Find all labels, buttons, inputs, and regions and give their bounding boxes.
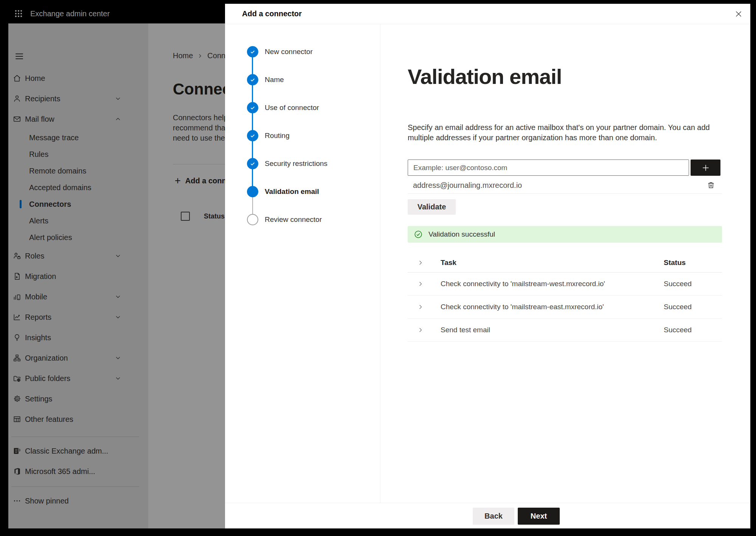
step-complete-icon [247,158,258,169]
wizard-step-routing[interactable]: Routing [247,127,290,144]
wizard-step-use-of-connector[interactable]: Use of connector [247,99,319,116]
task-cell: Send test email [441,326,490,334]
delete-address-trash-icon[interactable] [707,181,715,189]
step-current-icon [247,186,258,197]
table-row: Send test email Succeed [408,319,722,342]
validation-email-heading: Validation email [408,64,562,89]
table-row: Check connectivity to 'mailstream-west.m… [408,273,722,296]
back-button[interactable]: Back [473,508,514,525]
step-complete-icon [247,46,258,57]
status-cell: Succeed [664,303,692,311]
status-column-header: Status [664,259,686,267]
step-complete-icon [247,130,258,141]
expand-row-chevron-icon[interactable] [418,281,424,287]
expand-row-chevron-icon[interactable] [418,304,424,310]
task-column-header: Task [441,259,456,267]
validation-success-banner: Validation successful [408,226,722,243]
table-row: Check connectivity to 'mailstream-east.m… [408,296,722,319]
wizard-step-new-connector[interactable]: New connector [247,43,313,60]
dialog-title: Add a connector [242,9,302,18]
dialog-header-divider [225,24,750,24]
validation-tasks-table: Task Status Check connectivity to 'mails… [408,253,722,342]
wizard-step-name[interactable]: Name [247,71,284,88]
success-check-icon [414,230,422,239]
table-header-row: Task Status [408,253,722,273]
success-message: Validation successful [428,230,495,239]
task-cell: Check connectivity to 'mailstream-west.m… [441,280,605,288]
email-address-input[interactable] [408,160,689,176]
expand-all-chevron-icon[interactable] [418,260,424,266]
added-address-row: address@journaling.mxrecord.io [408,177,722,194]
address-list-divider [408,194,722,194]
dialog-footer-divider [225,503,750,503]
status-cell: Succeed [664,326,692,334]
add-connector-dialog: Add a connector New connector Name Use o… [225,4,750,528]
wizard-step-validation-email[interactable]: Validation email [247,183,319,200]
step-complete-icon [247,102,258,113]
add-address-button[interactable] [691,160,720,176]
step-complete-icon [247,74,258,85]
task-cell: Check connectivity to 'mailstream-east.m… [441,303,604,311]
added-address: address@journaling.mxrecord.io [413,181,522,190]
app-window: Exchange admin center Home Recipients [8,4,750,528]
expand-row-chevron-icon[interactable] [418,327,424,333]
validation-email-description: Specify an email address for an active m… [408,122,730,143]
validate-button[interactable]: Validate [408,199,456,215]
wizard-step-review-connector[interactable]: Review connector [247,211,322,228]
step-todo-icon [247,214,258,225]
wizard-panel-divider [380,24,380,503]
next-button[interactable]: Next [518,508,560,525]
wizard-step-security-restrictions[interactable]: Security restrictions [247,155,328,172]
status-cell: Succeed [664,280,692,288]
close-icon[interactable] [732,8,745,20]
